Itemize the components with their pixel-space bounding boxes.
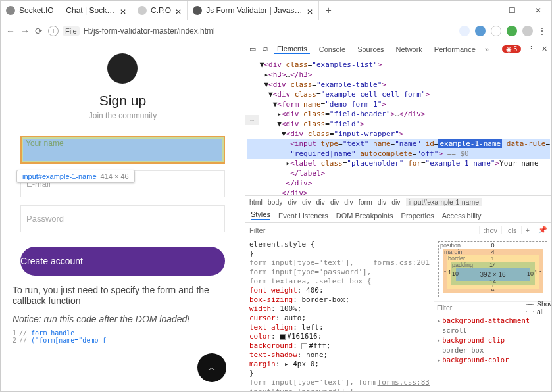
- url-text: H:/js-form-validator-master/index.html: [84, 26, 215, 36]
- tab-accessibility[interactable]: Accessibility: [442, 212, 482, 220]
- computed-pane: position0 margin 44-- border 1111 paddin…: [434, 237, 551, 391]
- css-selector: form input[type='text'], form input[type…: [249, 258, 373, 286]
- element-inspector-tooltip: input#example-1-name414 × 46: [16, 170, 135, 183]
- browser-toolbar: ← → ⟳ i File H:/js-form-validator-master…: [1, 20, 551, 41]
- chevron-up-icon: ︿: [208, 362, 216, 374]
- source-link[interactable]: forms.css:201: [373, 258, 430, 286]
- devtools-menu-icon[interactable]: ⋮: [528, 45, 535, 53]
- crumb-item-selected[interactable]: input#example-1-name: [406, 198, 482, 206]
- styles-filter-row: :hov .cls + 📌: [245, 223, 551, 237]
- dom-tree[interactable]: ⋯ ▼<div class="examples-list"> ▸<h3>…</h…: [245, 57, 551, 195]
- new-tab-button[interactable]: +: [319, 1, 338, 20]
- hov-toggle[interactable]: :hov: [479, 226, 501, 234]
- tab-label: Socket.IO — Chat | Socket.IO: [19, 6, 116, 15]
- computed-list[interactable]: ▸background-attachmentscroll ▸background…: [434, 314, 551, 366]
- box-model[interactable]: position0 margin 44-- border 1111 paddin…: [434, 237, 551, 301]
- source-link[interactable]: forms.css:83: [378, 378, 430, 391]
- devtools-panel: ▭ ⧉ Elements Console Sources Network Per…: [245, 41, 551, 391]
- crumb-item[interactable]: div: [378, 198, 386, 206]
- tab-socketio[interactable]: Socket.IO — Chat | Socket.IO✕: [1, 1, 132, 20]
- new-style-rule-button[interactable]: +: [521, 226, 534, 234]
- extension-icon[interactable]: [459, 26, 470, 36]
- tab-network[interactable]: Network: [393, 45, 425, 53]
- inline-style-block: element.style {: [249, 240, 430, 249]
- tooltip-selector: input#example-1-name: [22, 172, 97, 180]
- crumb-item[interactable]: div: [344, 198, 353, 206]
- tab-performance[interactable]: Performance: [432, 45, 478, 53]
- crumb-item[interactable]: div: [391, 198, 400, 206]
- page-title: Sign up: [20, 93, 225, 109]
- extension-icon[interactable]: [491, 26, 501, 36]
- tab-dom-breakpoints[interactable]: DOM Breakpoints: [336, 212, 393, 220]
- error-count-badge[interactable]: ◉ 5: [502, 45, 521, 53]
- forward-button[interactable]: →: [20, 26, 30, 36]
- tab-styles[interactable]: Styles: [251, 210, 270, 220]
- code-snippet: 1// form handle2// ('form[name="demo-f: [13, 330, 233, 344]
- crumb-item[interactable]: div: [316, 198, 324, 206]
- placeholder-label: Your name: [26, 139, 64, 148]
- showall-label: Show all: [537, 300, 551, 316]
- crumb-item[interactable]: div: [288, 198, 297, 206]
- file-scheme-badge: File: [63, 26, 80, 36]
- devtools-close-icon[interactable]: ✕: [541, 45, 547, 53]
- scroll-top-button[interactable]: ︿: [197, 353, 226, 382]
- profile-avatar-icon[interactable]: [522, 26, 533, 36]
- avatar: [107, 53, 138, 84]
- extension-icon[interactable]: [507, 26, 517, 36]
- styles-filter-input[interactable]: [245, 226, 479, 234]
- devtools-tabs: ▭ ⧉ Elements Console Sources Network Per…: [245, 41, 551, 57]
- inspect-icon[interactable]: ▭: [249, 45, 256, 53]
- site-info-icon[interactable]: i: [48, 26, 59, 36]
- subtitle: Join the community: [20, 111, 225, 120]
- showall-checkbox[interactable]: [526, 304, 534, 312]
- tab-sources[interactable]: Sources: [355, 45, 386, 53]
- notice-text: Notice: run this code after the DOM load…: [13, 314, 233, 324]
- reload-button[interactable]: ⟳: [35, 26, 43, 36]
- tab-console[interactable]: Console: [316, 45, 348, 53]
- close-icon[interactable]: ✕: [307, 7, 313, 14]
- extension-icon[interactable]: [475, 26, 486, 36]
- breadcrumb[interactable]: html body div div div div div form div d…: [245, 195, 551, 208]
- password-input[interactable]: Password: [20, 205, 225, 232]
- page-viewport: Sign up Join the community Your name E-m…: [1, 41, 245, 391]
- crumb-item[interactable]: form: [359, 198, 372, 206]
- window-minimize-button[interactable]: —: [472, 1, 499, 20]
- create-account-button[interactable]: Create account: [20, 247, 225, 276]
- info-text: To run, you just need to specify the for…: [13, 285, 233, 306]
- globe-icon: [6, 6, 15, 15]
- close-icon[interactable]: ✕: [120, 7, 126, 14]
- tab-properties[interactable]: Properties: [401, 212, 434, 220]
- reveal-in-elements-icon[interactable]: ⋯: [245, 115, 259, 125]
- crumb-item[interactable]: html: [249, 198, 263, 206]
- menu-icon[interactable]: ⋮: [538, 26, 546, 36]
- css-selector: form input[type='text'], form input[type…: [249, 378, 378, 391]
- computed-filter-input[interactable]: [437, 304, 523, 312]
- tab-elements[interactable]: Elements: [274, 45, 310, 54]
- cls-toggle[interactable]: .cls: [501, 226, 521, 234]
- crumb-item[interactable]: body: [268, 198, 283, 206]
- color-swatch-icon[interactable]: [301, 343, 307, 349]
- extension-icons: ⋮: [459, 26, 546, 36]
- document-icon: [193, 6, 202, 15]
- selected-dom-node[interactable]: <input type="text" name="name" id=exampl…: [247, 139, 550, 149]
- tab-event-listeners[interactable]: Event Listeners: [278, 212, 328, 220]
- tab-label: Js Form Validator | Javascript val: [206, 6, 303, 15]
- color-swatch-icon[interactable]: [280, 334, 286, 340]
- tab-jsformvalidator[interactable]: Js Form Validator | Javascript val✕: [188, 1, 319, 20]
- close-icon[interactable]: ✕: [175, 7, 182, 14]
- more-tabs-icon[interactable]: »: [485, 45, 489, 53]
- window-maximize-button[interactable]: ☐: [499, 1, 525, 20]
- crumb-item[interactable]: div: [302, 198, 311, 206]
- styles-pane[interactable]: element.style { } form input[type='text'…: [245, 237, 434, 391]
- tooltip-dimensions: 414 × 46: [101, 172, 129, 180]
- address-bar[interactable]: i File H:/js-form-validator-master/index…: [48, 26, 454, 36]
- back-button[interactable]: ←: [6, 26, 15, 36]
- device-toggle-icon[interactable]: ⧉: [263, 45, 268, 53]
- name-input-highlighted[interactable]: Your name: [20, 136, 225, 164]
- window-close-button[interactable]: ✕: [525, 1, 551, 20]
- pin-icon[interactable]: 📌: [534, 226, 551, 234]
- tab-label: C.P.O: [151, 6, 171, 15]
- browser-tab-strip: Socket.IO — Chat | Socket.IO✕ C.P.O✕ Js …: [1, 1, 551, 20]
- crumb-item[interactable]: div: [330, 198, 339, 206]
- tab-cpo[interactable]: C.P.O✕: [132, 1, 188, 20]
